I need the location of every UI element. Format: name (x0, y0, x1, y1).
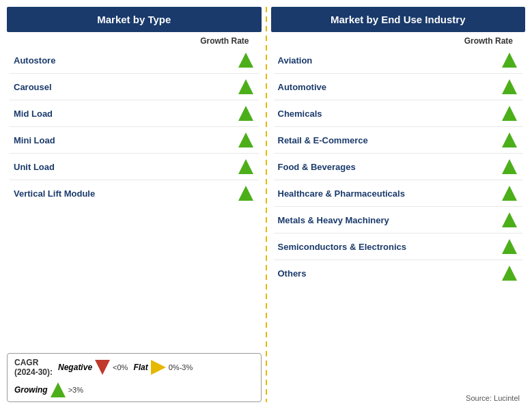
up-arrow-icon (502, 79, 517, 94)
item-label: Mini Load (14, 135, 55, 145)
up-arrow-icon (238, 79, 253, 94)
item-label: Automotive (278, 82, 327, 92)
item-label: Food & Beverages (278, 162, 356, 172)
up-arrow-icon (238, 186, 253, 201)
panel-divider (266, 7, 267, 402)
item-label: Others (278, 268, 307, 279)
legend-item: Growing>3% (14, 382, 83, 397)
right-list-item: Aviation (274, 47, 523, 74)
left-list-item: Unit Load (10, 154, 259, 180)
item-label: Aviation (278, 55, 313, 66)
left-panel: Market by Type Growth Rate AutostoreCaro… (7, 7, 262, 402)
item-label: Vertical Lift Module (14, 188, 95, 199)
right-list-item: Others (274, 260, 523, 286)
right-list-item: Metals & Heavy Machinery (274, 207, 523, 234)
up-arrow-icon (502, 239, 517, 254)
right-panel: Market by End Use Industry Growth Rate A… (271, 7, 526, 402)
right-panel-header: Market by End Use Industry (271, 7, 526, 32)
legend-item-range: <0% (113, 363, 128, 371)
item-label: Retail & E-Commerce (278, 135, 368, 145)
item-label: Mid Load (14, 109, 53, 119)
flat-arrow-icon (151, 360, 166, 375)
legend-item: Flat0%-3% (133, 360, 193, 375)
right-list-item: Semiconductors & Electronics (274, 234, 523, 260)
right-list-item: Food & Beverages (274, 154, 523, 180)
left-list-item: Mini Load (10, 127, 259, 154)
up-arrow-icon (238, 106, 253, 121)
up-arrow-icon (238, 132, 253, 147)
right-list-item: Healthcare & Pharmaceuticals (274, 180, 523, 207)
up-arrow-icon (502, 53, 517, 68)
up-arrow-icon (502, 266, 517, 281)
right-growth-rate-label: Growth Rate (271, 32, 526, 47)
up-arrow-icon (238, 159, 253, 174)
source-text: Source: Lucintel (271, 391, 526, 402)
legend-box: CAGR(2024-30):Negative<0%Flat0%-3%Growin… (7, 353, 262, 402)
up-arrow-icon (502, 106, 517, 121)
down-arrow-icon (95, 360, 110, 375)
legend-item-range: 0%-3% (169, 363, 193, 371)
right-items-list: AviationAutomotiveChemicalsRetail & E-Co… (271, 47, 526, 391)
up-arrow-icon (502, 132, 517, 147)
left-items-list: AutostoreCarouselMid LoadMini LoadUnit L… (7, 47, 262, 348)
left-list-item: Vertical Lift Module (10, 180, 259, 206)
item-label: Semiconductors & Electronics (278, 242, 407, 252)
right-list-item: Retail & E-Commerce (274, 127, 523, 154)
legend-item-label: Growing (14, 385, 48, 395)
right-list-item: Chemicals (274, 100, 523, 127)
left-list-item: Autostore (10, 47, 259, 74)
left-panel-header: Market by Type (7, 7, 262, 32)
up-arrow-icon (502, 186, 517, 201)
item-label: Chemicals (278, 109, 322, 119)
item-label: Carousel (14, 82, 52, 92)
up-arrow-icon (51, 382, 66, 397)
item-label: Unit Load (14, 162, 55, 172)
left-list-item: Carousel (10, 74, 259, 100)
legend-item: Negative<0% (58, 360, 128, 375)
main-container: Market by Type Growth Rate AutostoreCaro… (0, 0, 532, 409)
right-list-item: Automotive (274, 74, 523, 100)
up-arrow-icon (238, 53, 253, 68)
up-arrow-icon (502, 212, 517, 227)
left-panel-title: Market by Type (97, 14, 171, 25)
up-arrow-icon (502, 159, 517, 174)
legend-item-range: >3% (68, 386, 83, 394)
legend-item-label: Negative (58, 363, 92, 372)
legend-item-label: Flat (133, 363, 148, 372)
item-label: Metals & Heavy Machinery (278, 215, 389, 225)
legend-title: CAGR(2024-30): (14, 358, 53, 377)
left-growth-rate-label: Growth Rate (7, 32, 262, 47)
item-label: Autostore (14, 55, 55, 66)
left-list-item: Mid Load (10, 100, 259, 127)
right-panel-title: Market by End Use Industry (331, 14, 466, 25)
item-label: Healthcare & Pharmaceuticals (278, 188, 405, 199)
